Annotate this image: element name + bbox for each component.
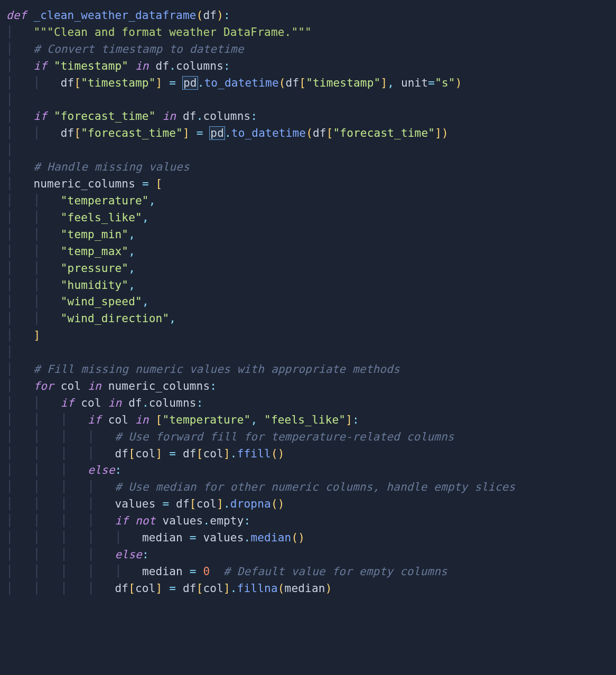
call: fillna <box>237 582 278 595</box>
keyword-if: if <box>33 60 47 72</box>
keyword-if: if <box>61 397 74 409</box>
string-literal: "forecast_time" <box>54 110 156 123</box>
attr: columns <box>176 60 223 72</box>
ident: col <box>81 397 101 409</box>
attr: empty <box>210 514 244 527</box>
string-literal: "s" <box>435 77 455 89</box>
keyword-else: else <box>115 548 142 561</box>
keyword-else: else <box>88 464 115 476</box>
highlighted-symbol-pd: pd <box>210 127 225 139</box>
ident: median <box>285 582 325 595</box>
keyword-in: in <box>108 397 122 409</box>
keyword-if: if <box>115 514 129 527</box>
ident: col <box>203 447 223 460</box>
ident: df <box>61 77 74 89</box>
attr: columns <box>149 397 197 409</box>
ident: median <box>142 531 183 544</box>
string-literal: "wind_direction" <box>61 312 170 325</box>
comment: # Fill missing numeric values with appro… <box>33 363 400 376</box>
ident: df <box>176 498 190 510</box>
ident: values <box>203 531 244 544</box>
ident: numeric_columns <box>108 380 210 392</box>
call: to_datetime <box>204 77 278 89</box>
ident: values <box>115 498 156 510</box>
string-literal: "timestamp" <box>306 77 380 89</box>
string-literal: "temp_min" <box>61 228 128 241</box>
string-literal: "feels_like" <box>264 414 346 426</box>
ident: col <box>108 414 129 426</box>
docstring-close: """ <box>291 26 312 39</box>
comment: # Use forward fill for temperature-relat… <box>115 430 454 443</box>
comment: # Default value for empty columns <box>223 565 447 578</box>
attr: columns <box>203 110 250 123</box>
comment: # Convert timestamp to datetime <box>33 43 244 55</box>
comment: # Handle missing values <box>33 161 189 173</box>
ident: df <box>115 447 129 460</box>
highlighted-symbol-pd: pd <box>183 77 198 89</box>
ident: median <box>142 565 183 578</box>
param-df: df <box>203 9 217 22</box>
keyword-in: in <box>135 60 149 72</box>
call: to_datetime <box>231 127 306 139</box>
keyword-def: def <box>6 9 27 22</box>
kwarg: unit <box>401 77 428 89</box>
ident: df <box>183 110 197 123</box>
docstring-text: Clean and format weather DataFrame. <box>54 26 292 39</box>
keyword-if: if <box>88 414 101 426</box>
string-literal: "timestamp" <box>81 77 155 89</box>
call: median <box>250 531 291 544</box>
keyword-if: if <box>33 110 47 123</box>
string-literal: "feels_like" <box>61 211 142 224</box>
string-literal: "forecast_time" <box>333 127 435 139</box>
ident: col <box>197 498 217 510</box>
keyword-for: for <box>33 380 54 392</box>
keyword-in: in <box>162 110 176 123</box>
code-editor[interactable]: def _clean_weather_dataframe(df): │ """C… <box>0 0 616 597</box>
ident: col <box>61 380 81 392</box>
function-name: _clean_weather_dataframe <box>33 9 196 22</box>
string-literal: "temperature" <box>162 414 250 426</box>
string-literal: "humidity" <box>61 279 128 292</box>
ident: df <box>286 77 300 89</box>
ident: values <box>162 514 203 527</box>
ident: df <box>61 127 74 139</box>
string-literal: "forecast_time" <box>81 127 183 139</box>
ident: df <box>115 582 129 595</box>
comment: # Use median for other numeric columns, … <box>115 481 516 493</box>
string-literal: "pressure" <box>61 262 128 275</box>
keyword-in: in <box>135 414 149 426</box>
string-literal: "temp_max" <box>61 245 128 258</box>
ident: df <box>183 582 197 595</box>
ident: numeric_columns <box>33 177 135 190</box>
ident: df <box>128 397 142 409</box>
ident: df <box>156 60 170 72</box>
ident: df <box>183 447 197 460</box>
ident: df <box>313 127 326 139</box>
string-literal: "timestamp" <box>54 60 128 72</box>
ident: col <box>135 447 156 460</box>
keyword-not: not <box>135 514 156 527</box>
number-literal: 0 <box>203 565 210 578</box>
keyword-in: in <box>88 380 101 392</box>
string-literal: "wind_speed" <box>61 295 142 308</box>
ident: col <box>203 582 223 595</box>
string-literal: "temperature" <box>61 194 149 207</box>
ident: col <box>135 582 156 595</box>
call: ffill <box>237 447 271 460</box>
call: dropna <box>230 498 271 510</box>
docstring-open: """ <box>33 26 54 39</box>
